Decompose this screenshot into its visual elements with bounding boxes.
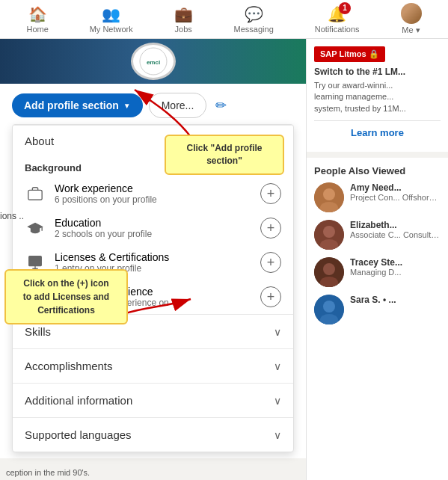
accomplishments-label: Accomplishments xyxy=(25,360,113,372)
nav-home[interactable]: 🏠 Home xyxy=(17,2,57,37)
volunteer-experience-item[interactable]: Volunteer experience Add volunteer exper… xyxy=(13,280,293,314)
top-navigation: 🏠 Home 👥 My Network 💼 Jobs 💬 Messaging 🔔… xyxy=(0,0,448,39)
dropdown-menu: About ∨ Background Work experience 6 pos… xyxy=(12,124,294,452)
nav-me-label: Me ▾ xyxy=(402,25,420,35)
skills-chevron-icon: ∨ xyxy=(274,326,281,338)
left-panel: emcl Add profile section ▼ More... ✏ xyxy=(0,39,306,480)
work-experience-subtitle: 6 positions on your profile xyxy=(55,194,251,205)
learn-more-link[interactable]: Learn more xyxy=(314,120,441,144)
profile-buttons: Add profile section ▼ More... ✏ xyxy=(12,93,294,118)
licenses-certifications-subtitle: 1 entry on your profile xyxy=(55,263,251,274)
education-subtitle: 2 schools on your profile xyxy=(55,229,251,239)
education-title: Education xyxy=(55,217,251,229)
volunteer-experience-title: Volunteer experience xyxy=(55,286,251,298)
licenses-certifications-item[interactable]: Licenses & Certifications 1 entry on you… xyxy=(13,245,293,280)
ad-title: Switch to the #1 LM... xyxy=(314,67,441,77)
person-elizabeth[interactable]: Elizabeth... Associate C... Consulting xyxy=(314,220,441,250)
volunteer-add-button[interactable]: + xyxy=(260,286,281,307)
additional-information-label: Additional information xyxy=(25,394,132,407)
partial-text-left: ions .. xyxy=(0,211,24,221)
person-sara-avatar xyxy=(314,295,344,324)
person-amy-avatar xyxy=(314,182,344,212)
accomplishments-chevron-icon: ∨ xyxy=(274,360,281,372)
nav-jobs-label: Jobs xyxy=(175,25,192,34)
licenses-certifications-title: Licenses & Certifications xyxy=(55,251,251,263)
banner-logo: emcl xyxy=(131,43,176,80)
supported-languages-label: Supported languages xyxy=(25,428,132,441)
jobs-icon: 💼 xyxy=(174,5,193,23)
work-experience-item[interactable]: Work experience 6 positions on your prof… xyxy=(13,176,293,211)
education-add-button[interactable]: + xyxy=(260,218,281,239)
svg-point-18 xyxy=(323,301,335,313)
licenses-certifications-text: Licenses & Certifications 1 entry on you… xyxy=(55,251,251,274)
nav-notifications[interactable]: 🔔 1 Notifications xyxy=(306,2,369,37)
notifications-badge: 1 xyxy=(339,2,351,14)
ad-body: Try our award-winni...learning manageme.… xyxy=(314,80,441,114)
person-tracey-info: Tracey Ste... Managing D... xyxy=(350,257,441,277)
person-tracey-role: Managing D... xyxy=(350,268,441,277)
person-elizabeth-name: Elizabeth... xyxy=(350,220,441,230)
person-amy-info: Amy Need... Project Con... Offshore Re..… xyxy=(350,182,441,202)
nav-me[interactable]: Me ▾ xyxy=(392,0,431,38)
partial-text-bottom: ception in the mid 90's. xyxy=(6,468,90,477)
svg-point-12 xyxy=(323,226,335,238)
nav-jobs[interactable]: 💼 Jobs xyxy=(165,2,202,37)
skills-label: Skills xyxy=(25,325,51,338)
svg-rect-2 xyxy=(28,190,42,200)
person-amy-role: Project Con... Offshore Re... xyxy=(350,193,441,202)
work-experience-text: Work experience 6 positions on your prof… xyxy=(55,182,251,205)
background-header: Background xyxy=(13,156,293,176)
volunteer-icon xyxy=(25,286,46,307)
person-tracey[interactable]: Tracey Ste... Managing D... xyxy=(314,257,441,287)
person-tracey-name: Tracey Ste... xyxy=(350,257,441,268)
my-network-icon: 👥 xyxy=(102,5,120,23)
about-chevron-icon: ∨ xyxy=(274,135,281,147)
about-label: About xyxy=(25,135,54,147)
svg-point-15 xyxy=(323,263,335,275)
person-sara[interactable]: Sara S. • ... xyxy=(314,295,441,324)
education-text: Education 2 schools on your profile xyxy=(55,217,251,239)
svg-point-9 xyxy=(323,188,335,200)
education-item[interactable]: Education 2 schools on your profile + xyxy=(13,211,293,245)
profile-section-area: Add profile section ▼ More... ✏ About ∨ … xyxy=(0,84,306,458)
people-also-viewed-header: People Also Viewed xyxy=(314,165,441,176)
supported-languages-accordion-row[interactable]: Supported languages ∨ xyxy=(13,417,293,452)
add-profile-section-button[interactable]: Add profile section ▼ xyxy=(12,93,143,117)
person-elizabeth-info: Elizabeth... Associate C... Consulting xyxy=(350,220,441,239)
skills-accordion-row[interactable]: Skills ∨ xyxy=(13,314,293,348)
supported-languages-chevron-icon: ∨ xyxy=(274,429,281,441)
person-sara-name: Sara S. • ... xyxy=(350,295,441,305)
accomplishments-accordion-row[interactable]: Accomplishments ∨ xyxy=(13,348,293,383)
briefcase-icon xyxy=(25,183,46,204)
additional-chevron-icon: ∨ xyxy=(274,395,281,407)
main-layout: emcl Add profile section ▼ More... ✏ xyxy=(0,39,448,480)
licenses-certifications-add-button[interactable]: + xyxy=(260,252,281,273)
nav-notifications-label: Notifications xyxy=(315,25,360,34)
work-experience-add-button[interactable]: + xyxy=(260,183,281,204)
nav-messaging[interactable]: 💬 Messaging xyxy=(225,2,283,37)
work-experience-title: Work experience xyxy=(55,182,251,194)
volunteer-experience-subtitle: Add volunteer experience on xyxy=(55,298,251,308)
svg-rect-4 xyxy=(29,256,42,266)
person-tracey-avatar xyxy=(314,257,344,287)
more-button[interactable]: More... xyxy=(149,93,207,118)
person-amy-name: Amy Need... xyxy=(350,182,441,193)
additional-information-accordion-row[interactable]: Additional information ∨ xyxy=(13,383,293,417)
nav-messaging-label: Messaging xyxy=(234,25,274,34)
nav-my-network-label: My Network xyxy=(90,25,133,34)
people-also-viewed-section: People Also Viewed Amy Need... Project C… xyxy=(307,158,448,339)
nav-my-network[interactable]: 👥 My Network xyxy=(81,2,142,37)
nav-home-label: Home xyxy=(26,25,48,34)
about-section-row[interactable]: About ∨ xyxy=(13,125,293,156)
volunteer-experience-text: Volunteer experience Add volunteer exper… xyxy=(55,286,251,308)
edit-icon[interactable]: ✏ xyxy=(215,97,227,114)
education-icon xyxy=(25,218,46,239)
certificate-icon xyxy=(25,252,46,273)
person-elizabeth-avatar xyxy=(314,220,344,250)
notifications-icon: 🔔 1 xyxy=(328,5,346,23)
ad-logo: SAP Litmos 🔒 xyxy=(314,46,385,62)
dropdown-arrow-icon: ▼ xyxy=(123,102,131,110)
right-sidebar: SAP Litmos 🔒 Switch to the #1 LM... Try … xyxy=(306,39,448,480)
person-amy[interactable]: Amy Need... Project Con... Offshore Re..… xyxy=(314,182,441,212)
person-elizabeth-role: Associate C... Consulting xyxy=(350,230,441,239)
